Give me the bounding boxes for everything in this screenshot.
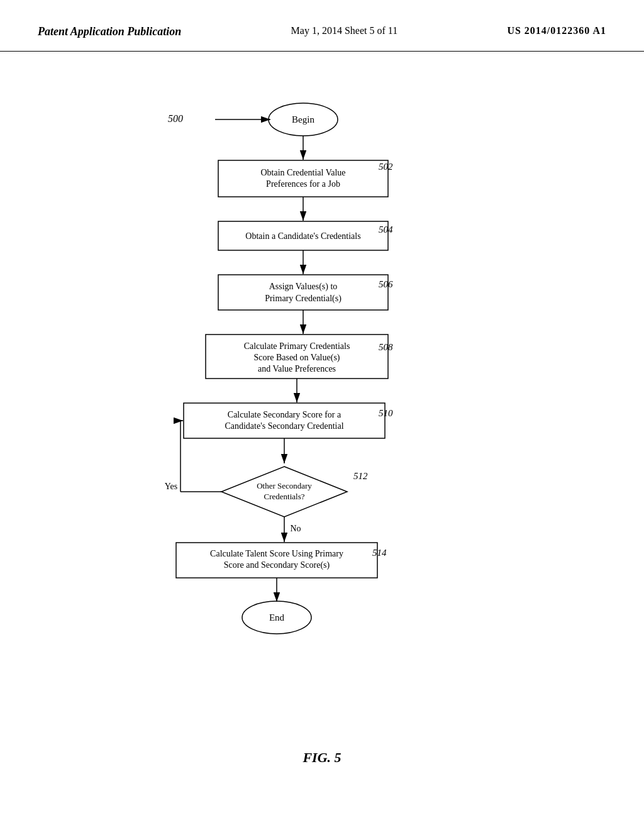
page: Patent Application Publication May 1, 20… <box>0 0 644 830</box>
box-510-text2: Candidate's Secondary Credential <box>225 421 343 431</box>
box-510 <box>184 403 385 438</box>
flowchart-svg: 500 Begin 502 Obtain Credential Value Pr… <box>108 77 536 737</box>
end-label: End <box>269 612 285 622</box>
diamond-512-text1: Other Secondary <box>257 481 312 490</box>
node-512-label: 512 <box>353 471 368 481</box>
node-504-label: 504 <box>379 224 393 235</box>
box-508-text3: and Value Preferences <box>258 364 336 374</box>
box-514-text1: Calculate Talent Score Using Primary <box>210 549 343 558</box>
header-right-patent: US 2014/0122360 A1 <box>507 25 606 36</box>
box-502-text2: Preferences for a Job <box>266 179 340 189</box>
node-508-label: 508 <box>379 342 393 352</box>
node-506-label: 506 <box>379 279 393 289</box>
header: Patent Application Publication May 1, 20… <box>0 0 644 52</box>
flowchart-container: 500 Begin 502 Obtain Credential Value Pr… <box>0 58 644 791</box>
box-508-text1: Calculate Primary Credentials <box>244 341 350 351</box>
box-514-text2: Score and Secondary Score(s) <box>224 560 330 570</box>
header-left-title: Patent Application Publication <box>38 25 181 38</box>
box-502-text1: Obtain Credential Value <box>260 168 345 177</box>
yes-label: Yes <box>165 482 177 491</box>
box-506 <box>218 275 388 310</box>
node-502-label: 502 <box>379 162 393 172</box>
header-center-info: May 1, 2014 Sheet 5 of 11 <box>291 25 398 36</box>
box-502 <box>218 160 388 197</box>
node-510-label: 510 <box>379 408 393 418</box>
box-504-text: Obtain a Candidate's Credentials <box>245 231 360 241</box>
diamond-512-text2: Credentials? <box>264 492 305 501</box>
box-506-text1: Assign Values(s) to <box>269 282 338 292</box>
box-510-text1: Calculate Secondary Score for a <box>228 410 341 419</box>
box-506-text2: Primary Credential(s) <box>265 294 341 304</box>
node-514-label: 514 <box>372 548 387 558</box>
no-label: No <box>290 524 301 533</box>
figure-caption: FIG. 5 <box>303 750 341 766</box>
begin-label: Begin <box>292 114 314 124</box>
box-508-text2: Score Based on Value(s) <box>254 353 340 363</box>
node-500-label: 500 <box>168 113 183 124</box>
